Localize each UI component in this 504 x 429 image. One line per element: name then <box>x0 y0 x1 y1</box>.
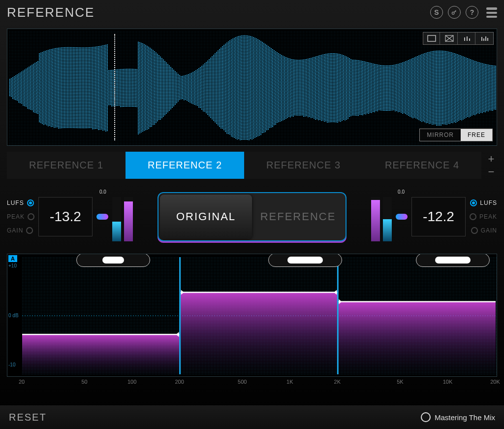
view-mode-group <box>423 32 494 45</box>
view-mode-box-icon[interactable] <box>423 33 440 44</box>
band-3-pill[interactable] <box>416 254 490 267</box>
header-icons: S ? <box>430 6 497 19</box>
left-peak-bar: -1.2 PEAK <box>124 197 133 241</box>
tab-reference-2[interactable]: REFERENCE 2 <box>126 152 244 179</box>
right-lufs-bar: -12.2 LUFS <box>383 197 392 241</box>
footer: RESET Mastering The Mix <box>0 405 504 429</box>
right-peak-bar: -0.9 PEAK <box>371 197 380 241</box>
left-bars: 0.0 -13.2 LUFS -1.2 PEAK <box>112 192 133 241</box>
brand-icon <box>421 412 431 422</box>
view-mode-x-icon[interactable] <box>441 33 458 44</box>
svg-point-0 <box>452 12 454 14</box>
reset-button[interactable]: RESET <box>9 412 47 423</box>
freq-tick: 1K <box>286 379 293 385</box>
tab-reference-4[interactable]: REFERENCE 4 <box>363 152 481 179</box>
menu-icon[interactable] <box>486 7 497 18</box>
band-2-pill[interactable] <box>268 254 342 267</box>
right-scale-top: 0.0 <box>398 189 405 195</box>
eq-yaxis: +100 dB-10 <box>8 263 21 367</box>
freq-tick: 100 <box>127 379 136 385</box>
original-reference-switch: ORIGINAL REFERENCE <box>158 193 346 240</box>
key-icon[interactable] <box>448 6 461 19</box>
tab-reference-1[interactable]: REFERENCE 1 <box>7 152 126 179</box>
header: REFERENCE S ? <box>0 0 504 25</box>
remove-tab-icon[interactable]: − <box>485 167 497 176</box>
right-mode-gain[interactable]: GAIN <box>470 227 497 234</box>
freq-tick: 2K <box>334 379 341 385</box>
freq-tick: 20K <box>490 379 500 385</box>
right-readout: -12.2 <box>411 197 466 236</box>
eq-display <box>7 254 497 377</box>
waveform-panel[interactable]: MIRROR FREE <box>7 29 497 146</box>
switch-original[interactable]: ORIGINAL <box>160 195 252 239</box>
meter-row: LUFS PEAK GAIN -13.2 0.0 -13.2 LUFS -1.2… <box>0 181 504 250</box>
eq-panel[interactable]: A +100 dB-10 <box>7 254 497 377</box>
tab-add-remove: + − <box>485 152 497 179</box>
right-mode-labels: LUFS PEAK GAIN <box>470 199 497 234</box>
left-scale-top: 0.0 <box>99 189 106 195</box>
reference-tabs: REFERENCE 1 REFERENCE 2 REFERENCE 3 REFE… <box>7 152 481 179</box>
right-bars: -0.9 PEAK -12.2 LUFS 0.0 <box>371 192 392 241</box>
view-mode-bars-icon[interactable] <box>459 33 475 44</box>
frequency-axis: 20501002005001K2K5K10K20K <box>7 379 497 390</box>
app-title: REFERENCE <box>7 5 94 20</box>
help-icon[interactable]: ? <box>466 6 478 19</box>
left-lufs-bar: -13.2 LUFS <box>112 197 121 241</box>
right-link-toggle[interactable] <box>396 214 408 220</box>
freq-tick: 10K <box>443 379 453 385</box>
left-mode-lufs[interactable]: LUFS <box>7 199 34 206</box>
left-mode-labels: LUFS PEAK GAIN <box>7 199 34 234</box>
left-mode-gain[interactable]: GAIN <box>7 227 34 234</box>
eq-preset-badge[interactable]: A <box>8 255 17 262</box>
s-button-icon[interactable]: S <box>430 6 443 19</box>
playback-mode-toggle: MIRROR FREE <box>419 129 493 141</box>
free-button[interactable]: FREE <box>461 129 492 141</box>
freq-tick: 500 <box>238 379 247 385</box>
view-mode-bars2-icon[interactable] <box>476 33 493 44</box>
freq-tick: 50 <box>81 379 87 385</box>
brand[interactable]: Mastering The Mix <box>421 412 495 422</box>
left-meter-group: LUFS PEAK GAIN -13.2 0.0 -13.2 LUFS -1.2… <box>7 192 133 241</box>
freq-tick: 200 <box>175 379 184 385</box>
reference-tabs-row: REFERENCE 1 REFERENCE 2 REFERENCE 3 REFE… <box>7 152 497 179</box>
tab-reference-3[interactable]: REFERENCE 3 <box>244 152 363 179</box>
mirror-button[interactable]: MIRROR <box>420 129 461 141</box>
playhead-marker[interactable] <box>114 34 115 140</box>
right-meter-group: -0.9 PEAK -12.2 LUFS 0.0 -12.2 LUFS PEAK… <box>371 192 497 241</box>
freq-tick: 5K <box>397 379 403 385</box>
left-link-toggle[interactable] <box>96 214 108 220</box>
brand-label: Mastering The Mix <box>435 413 495 422</box>
band-1-pill[interactable] <box>76 254 150 267</box>
svg-rect-1 <box>428 35 436 41</box>
left-readout: -13.2 <box>38 197 93 236</box>
switch-reference[interactable]: REFERENCE <box>252 195 344 239</box>
freq-tick: 20 <box>19 379 25 385</box>
left-mode-peak[interactable]: PEAK <box>7 213 34 220</box>
app-root: REFERENCE S ? MIRROR FREE REFERENCE 1 RE… <box>0 0 504 429</box>
add-tab-icon[interactable]: + <box>485 155 497 164</box>
right-mode-lufs[interactable]: LUFS <box>470 199 497 206</box>
right-mode-peak[interactable]: PEAK <box>470 213 497 220</box>
